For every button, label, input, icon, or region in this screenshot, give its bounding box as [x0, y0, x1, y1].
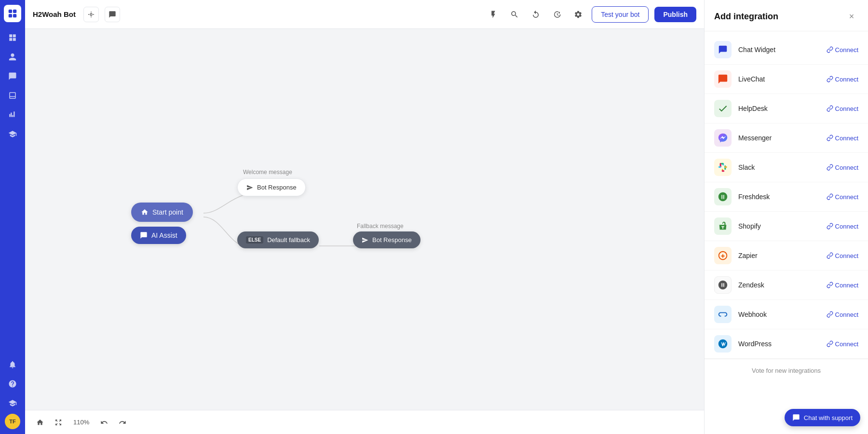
shopify-connect[interactable]: Connect: [827, 223, 858, 230]
webhook-icon: [714, 306, 732, 323]
start-point-label: Start point: [152, 208, 183, 216]
topbar-right: Test your bot Publish: [486, 6, 696, 23]
ai-assist-label: AI Assist: [151, 231, 177, 239]
sidebar: TF: [0, 0, 25, 434]
zapier-connect[interactable]: Connect: [827, 252, 858, 259]
topbar: H2Woah Bot Test your bot Publish: [25, 0, 704, 29]
helpdesk-connect[interactable]: Connect: [827, 105, 858, 112]
history-icon[interactable]: [549, 7, 565, 22]
chat-widget-icon: [714, 41, 732, 58]
ai-assist-node[interactable]: AI Assist: [131, 227, 186, 244]
publish-button[interactable]: Publish: [654, 7, 696, 22]
list-item[interactable]: LiveChat Connect: [705, 65, 868, 94]
bot-name: H2Woah Bot: [33, 10, 76, 18]
panel-close-button[interactable]: ×: [845, 10, 858, 23]
chat-support-widget[interactable]: Chat with support: [785, 409, 860, 426]
zapier-icon: [714, 247, 732, 264]
svg-rect-11: [724, 166, 727, 168]
sidebar-item-help[interactable]: [4, 375, 21, 393]
slack-connect[interactable]: Connect: [827, 164, 858, 171]
list-item[interactable]: Chat Widget Connect: [705, 35, 868, 65]
wordpress-connect[interactable]: Connect: [827, 340, 858, 348]
home-icon[interactable]: [33, 415, 47, 430]
sidebar-item-inbox[interactable]: [4, 87, 21, 104]
sidebar-item-academy[interactable]: [4, 394, 21, 412]
webhook-name: Webhook: [738, 311, 820, 318]
flow-lines: [25, 29, 704, 410]
sidebar-avatar[interactable]: TF: [5, 414, 20, 429]
right-panel: Add integration × Chat Widget Connect Li…: [704, 0, 868, 434]
list-item[interactable]: WordPress Connect: [705, 329, 868, 359]
zoom-level: 110%: [69, 419, 93, 426]
list-item[interactable]: Messenger Connect: [705, 123, 868, 153]
list-item[interactable]: Zendesk Connect: [705, 271, 868, 300]
zendesk-connect[interactable]: Connect: [827, 282, 858, 289]
bot-response-1-label: Bot Response: [257, 184, 297, 191]
svg-rect-12: [722, 170, 725, 172]
sidebar-item-flows[interactable]: [4, 125, 21, 143]
zapier-name: Zapier: [738, 252, 820, 259]
integration-list: Chat Widget Connect LiveChat Connect Hel…: [705, 31, 868, 434]
default-fallback-label: Default fallback: [267, 236, 310, 244]
chat-preview-button[interactable]: [105, 7, 120, 22]
chat-widget-name: Chat Widget: [738, 46, 820, 54]
svg-rect-9: [719, 166, 721, 168]
undo-icon[interactable]: [97, 415, 111, 430]
messenger-icon: [714, 129, 732, 147]
svg-rect-2: [9, 14, 12, 17]
livechat-name: LiveChat: [738, 75, 820, 83]
default-fallback-node[interactable]: ELSE Default fallback: [237, 231, 319, 248]
helpdesk-icon: [714, 100, 732, 117]
sidebar-item-notifications[interactable]: [4, 356, 21, 373]
canvas[interactable]: Welcome message Bot Response Start point…: [25, 29, 704, 410]
else-prefix: ELSE: [246, 236, 263, 244]
freshdesk-name: Freshdesk: [738, 193, 820, 201]
list-item[interactable]: HelpDesk Connect: [705, 94, 868, 123]
sidebar-item-chat[interactable]: [4, 68, 21, 85]
search-icon[interactable]: [507, 7, 522, 22]
livechat-icon: [714, 70, 732, 88]
freshdesk-icon: [714, 188, 732, 205]
bot-response-node-1[interactable]: Bot Response: [237, 178, 306, 196]
fallback-label: Fallback message: [357, 223, 404, 230]
welcome-label: Welcome message: [243, 169, 292, 176]
sidebar-logo: [4, 5, 21, 22]
bot-response-node-2[interactable]: Bot Response: [353, 231, 420, 248]
chat-widget-connect[interactable]: Connect: [827, 46, 858, 54]
webhook-connect[interactable]: Connect: [827, 311, 858, 318]
shopify-name: Shopify: [738, 222, 820, 230]
panel-title: Add integration: [714, 12, 778, 22]
helpdesk-name: HelpDesk: [738, 105, 820, 112]
flow-edit-button[interactable]: [83, 7, 99, 22]
list-item[interactable]: Freshdesk Connect: [705, 182, 868, 212]
test-bot-button[interactable]: Test your bot: [592, 6, 649, 23]
zendesk-icon: [714, 276, 732, 294]
list-item[interactable]: Shopify Connect: [705, 212, 868, 241]
slack-icon: [714, 159, 732, 176]
list-item[interactable]: Slack Connect: [705, 153, 868, 182]
slack-name: Slack: [738, 163, 820, 171]
svg-rect-10: [721, 163, 724, 164]
refresh-icon[interactable]: [528, 7, 543, 22]
livechat-connect[interactable]: Connect: [827, 76, 858, 83]
messenger-connect[interactable]: Connect: [827, 135, 858, 142]
messenger-name: Messenger: [738, 134, 820, 142]
list-item[interactable]: Webhook Connect: [705, 300, 868, 329]
sidebar-item-dashboard[interactable]: [4, 29, 21, 46]
freshdesk-connect[interactable]: Connect: [827, 193, 858, 201]
redo-icon[interactable]: [115, 415, 130, 430]
bottom-bar: 110%: [25, 410, 704, 434]
sidebar-item-users[interactable]: [4, 48, 21, 66]
svg-rect-0: [9, 10, 12, 13]
settings-icon[interactable]: [570, 7, 586, 22]
lightning-icon[interactable]: [486, 7, 501, 22]
start-point-node[interactable]: Start point: [131, 203, 193, 222]
list-item[interactable]: Zapier Connect: [705, 241, 868, 271]
fit-screen-icon[interactable]: [51, 415, 66, 430]
wordpress-name: WordPress: [738, 340, 820, 348]
panel-header: Add integration ×: [705, 0, 868, 31]
sidebar-item-analytics[interactable]: [4, 106, 21, 123]
vote-integrations-link[interactable]: Vote for new integrations: [705, 359, 868, 382]
zendesk-name: Zendesk: [738, 281, 820, 289]
wordpress-icon: [714, 335, 732, 353]
